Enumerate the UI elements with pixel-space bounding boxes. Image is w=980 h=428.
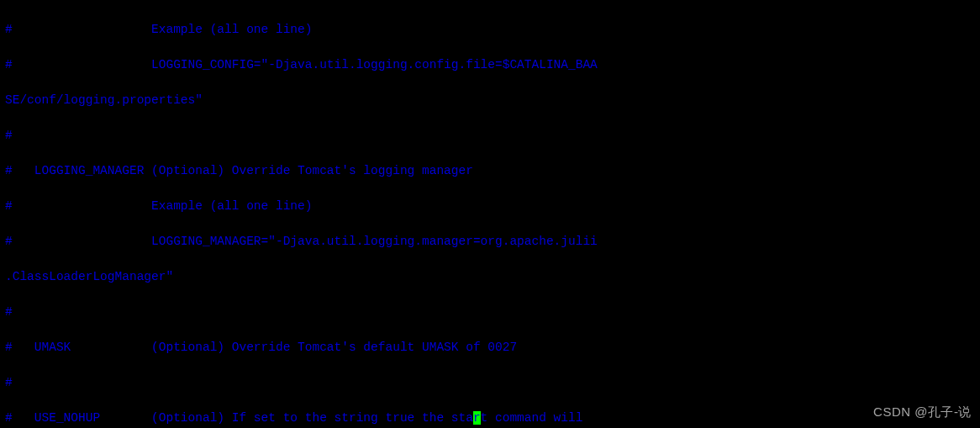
comment-line: # LOGGING_CONFIG="-Djava.util.logging.co… (5, 56, 975, 74)
comment-line: .ClassLoaderLogManager" (5, 268, 975, 286)
comment-line: # (5, 374, 975, 392)
terminal-editor[interactable]: # Example (all one line) # LOGGING_CONFI… (0, 0, 980, 428)
comment-line: # LOGGING_MANAGER (Optional) Override To… (5, 162, 975, 180)
comment-line: # (5, 304, 975, 321)
text-cursor: r (473, 411, 481, 425)
watermark-text: CSDN @孔子-说 (873, 403, 972, 421)
comment-line: # LOGGING_MANAGER="-Djava.util.logging.m… (5, 233, 975, 251)
comment-line: # Example (all one line) (5, 21, 975, 39)
text-after-cursor: t command will (481, 411, 583, 425)
comment-line: SE/conf/logging.properties" (5, 92, 975, 109)
comment-line: # (5, 127, 975, 145)
comment-line: # Example (all one line) (5, 198, 975, 215)
comment-line: # UMASK (Optional) Override Tomcat's def… (5, 339, 975, 357)
text-before-cursor: # USE_NOHUP (Optional) If set to the str… (5, 411, 473, 425)
comment-line-with-cursor: # USE_NOHUP (Optional) If set to the str… (5, 410, 975, 427)
